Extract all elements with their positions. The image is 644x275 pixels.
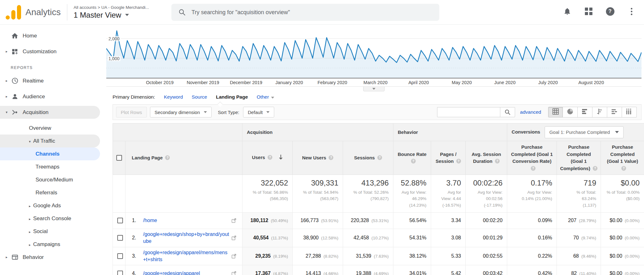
apps-grid-icon[interactable] — [584, 7, 593, 16]
logo-bar-tall — [17, 5, 21, 20]
column-header-pages_session[interactable]: Pages / Session? — [431, 141, 466, 175]
row-checkbox[interactable] — [117, 271, 123, 275]
sidebar-item-label: Channels — [36, 151, 60, 157]
cell-goal_value: $0.00(0.00%) — [601, 229, 644, 247]
column-header-goal_conversion_rate[interactable]: Purchase Completed (Goal 1 Conversion Ra… — [507, 141, 557, 175]
help-icon[interactable]: ? — [329, 155, 333, 160]
dimension-keyword[interactable]: Keyword — [164, 94, 183, 100]
x-axis-month-label: January 2020 — [275, 80, 303, 85]
help-icon[interactable]: ? — [593, 166, 597, 171]
view-pivot-button[interactable] — [622, 107, 637, 117]
view-percentage-button[interactable] — [563, 107, 578, 117]
cell-users: 40,554(11.37%) — [242, 229, 293, 247]
sidebar-item-google-ads[interactable]: ▸Google Ads — [0, 199, 104, 212]
bell-icon[interactable] — [563, 7, 572, 16]
breadcrumb[interactable]: All accounts > UA - Google Merchandi... — [74, 5, 149, 10]
sidebar-item-search-console[interactable]: ▸Search Console — [0, 212, 104, 225]
chevron-right-icon: ▸ — [29, 204, 31, 208]
view-table-button[interactable] — [548, 107, 563, 117]
metric-value: 166,773 — [300, 218, 319, 223]
open-in-new-icon[interactable] — [231, 254, 236, 259]
sidebar-item-home[interactable]: Home — [0, 29, 104, 42]
sort-descending-icon[interactable] — [279, 155, 283, 161]
sidebar-item-referrals[interactable]: Referrals — [0, 186, 104, 199]
help-icon[interactable]: ? — [621, 166, 626, 171]
landing-page-link[interactable]: /home — [143, 217, 230, 224]
metric-value: $0.00 — [610, 235, 622, 240]
main-content: 2,0001,000 October 2019November 2019Dece… — [104, 25, 644, 275]
chart-collapse-button[interactable] — [363, 87, 385, 91]
open-in-new-icon[interactable] — [231, 218, 236, 223]
open-in-new-icon[interactable] — [231, 235, 236, 240]
column-header-landing_page[interactable]: Landing Page? — [125, 141, 242, 175]
column-header-new_users[interactable]: New Users? — [293, 141, 343, 175]
view-selector[interactable]: 1 Master View — [74, 11, 149, 20]
open-in-new-icon[interactable] — [231, 271, 236, 275]
sidebar-item-all-traffic[interactable]: ▾All Traffic — [0, 135, 100, 147]
table-search-button[interactable] — [500, 107, 515, 117]
help-icon[interactable]: ? — [165, 155, 170, 160]
help-icon[interactable]: ? — [531, 166, 536, 171]
advanced-search-link[interactable]: advanced — [520, 109, 541, 115]
table-row: 3./google+redesign/apparel/mens/mens+t+s… — [113, 247, 644, 265]
sidebar-item-audience[interactable]: ▸Audience — [0, 90, 104, 103]
chevron-down-icon: ▾ — [4, 110, 9, 114]
sidebar-item-source-medium[interactable]: Source/Medium — [0, 173, 104, 186]
column-header-users[interactable]: Users? — [242, 141, 293, 175]
row-checkbox[interactable] — [117, 218, 123, 223]
sidebar-item-overview[interactable]: Overview — [0, 122, 104, 135]
landing-page-link[interactable]: /google+redesign/shop+by+brand/youtube — [143, 231, 230, 245]
column-header-avg_session_duration[interactable]: Avg. Session Duration? — [466, 141, 507, 175]
column-header-goal_completions[interactable]: Purchase Completed (Goal 1 Completions)? — [557, 141, 601, 175]
sidebar-item-acquisition[interactable]: ▾Acquisition — [0, 106, 100, 119]
help-icon[interactable]: ? — [495, 159, 500, 163]
more-vert-icon[interactable] — [627, 7, 636, 16]
column-header-bounce_rate[interactable]: Bounce Rate? — [393, 141, 431, 175]
select-all-checkbox[interactable] — [116, 155, 122, 161]
sidebar-item-behavior[interactable]: ▸Behavior — [0, 251, 104, 264]
global-search[interactable] — [171, 4, 439, 21]
chart-plot-area[interactable]: 2,0001,000 — [106, 25, 641, 78]
total-bounce_rate: 52.88%Avg for View: 46.29% (14.23%) — [393, 175, 431, 213]
metric-value: 31,539 — [356, 253, 371, 259]
sidebar-item-campaigns[interactable]: ▸Campaigns — [0, 238, 104, 251]
metric-value: 70 — [573, 235, 579, 240]
x-axis-month-label: August 2020 — [578, 80, 604, 85]
row-checkbox[interactable] — [117, 253, 123, 259]
report-toolbar: Plot Rows Secondary dimension Sort Type:… — [113, 104, 641, 120]
view-term-cloud-button[interactable] — [607, 107, 622, 117]
dimension-other[interactable]: Other — [257, 94, 274, 100]
analytics-logo-icon[interactable] — [6, 5, 21, 20]
sidebar-item-customization[interactable]: ▸Customization — [0, 45, 104, 58]
dimension-landing-page[interactable]: Landing Page — [216, 94, 248, 100]
metric-percent: (4.87%) — [273, 271, 288, 275]
landing-page-link[interactable]: /google+redesign/apparel — [143, 270, 230, 275]
sidebar-item-realtime[interactable]: ▸Realtime — [0, 74, 104, 87]
cell-pages_session: 3.34 — [431, 212, 466, 229]
help-icon[interactable]: ? — [268, 155, 272, 160]
cell-bounce_rate: 34.01% — [393, 265, 431, 275]
table-search-input[interactable] — [437, 107, 500, 117]
metric-value: $0.00 — [610, 218, 622, 223]
view-performance-button[interactable] — [578, 107, 592, 117]
help-icon[interactable]: ? — [456, 159, 461, 163]
row-checkbox[interactable] — [117, 235, 123, 241]
column-header-sessions[interactable]: Sessions? — [343, 141, 393, 175]
help-icon[interactable]: ? — [377, 155, 382, 160]
sidebar-item-treemaps[interactable]: Treemaps — [0, 160, 104, 173]
sidebar-item-social[interactable]: ▸Social — [0, 225, 104, 238]
sort-type-dropdown[interactable]: Default — [243, 107, 275, 117]
metric-percent: (7.63%) — [374, 254, 389, 259]
column-header-goal_value[interactable]: Purchase Completed (Goal 1 Value)? — [601, 141, 644, 175]
dimension-source[interactable]: Source — [192, 94, 207, 100]
global-search-input[interactable] — [192, 9, 432, 16]
secondary-dimension-dropdown[interactable]: Secondary dimension — [150, 107, 212, 117]
help-icon[interactable]: ? — [411, 159, 416, 163]
view-comparison-button[interactable] — [592, 107, 607, 117]
totals-landing-cell — [125, 175, 242, 213]
goal-selector-dropdown[interactable]: Goal 1: Purchase Completed — [545, 126, 624, 138]
help-icon[interactable]: ? — [606, 7, 614, 16]
plot-rows-button[interactable]: Plot Rows — [116, 107, 147, 117]
sidebar-item-channels[interactable]: Channels — [0, 147, 100, 160]
landing-page-link[interactable]: /google+redesign/apparel/mens/mens+t+shi… — [143, 249, 230, 263]
